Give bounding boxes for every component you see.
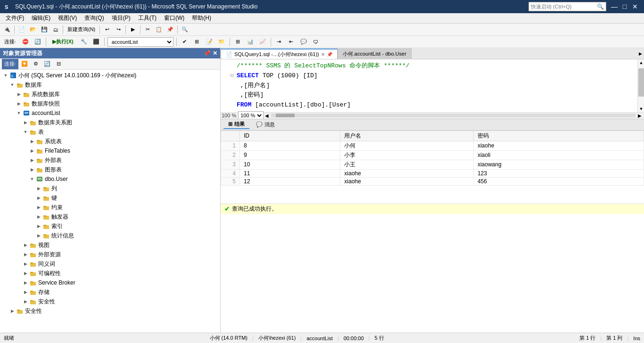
tree-expand-icon[interactable]: ▶ xyxy=(22,119,29,126)
tree-item[interactable]: ▶统计信息 xyxy=(0,231,220,240)
vscroll-up[interactable]: ▲ xyxy=(638,59,644,66)
table-row[interactable]: 310小王xiaowang xyxy=(221,160,644,169)
tree-item[interactable]: ▶视图 xyxy=(0,240,220,250)
results-btn2[interactable]: 📊 xyxy=(245,37,256,47)
tree-expand-icon[interactable]: ▼ xyxy=(15,109,23,117)
menu-project[interactable]: 项目(P) xyxy=(108,13,134,23)
tree-expand-icon[interactable]: ▶ xyxy=(35,232,42,239)
tree-item[interactable]: ▶可编程性 xyxy=(0,269,220,278)
tree-expand-icon[interactable]: ▶ xyxy=(22,241,29,249)
results-btn3[interactable]: 📈 xyxy=(257,37,268,47)
tree-item[interactable]: ▼数据库 xyxy=(0,80,220,90)
sql-query-tab[interactable]: 📄 SQLQuery1.sql -…(小何\hezexi (61)) ✕ 📌 xyxy=(221,49,338,59)
minimize-button[interactable]: — xyxy=(609,1,619,12)
vscroll-thumb[interactable] xyxy=(638,68,644,97)
tree-item[interactable]: ▶索引 xyxy=(0,221,220,231)
undo-btn[interactable]: ↩ xyxy=(102,24,112,35)
tree-expand-icon[interactable]: ▶ xyxy=(22,288,29,296)
tree-expand-icon[interactable]: ▶ xyxy=(35,222,42,230)
tree-item[interactable]: ▶存储 xyxy=(0,287,220,297)
results-btn1[interactable]: ⊞ xyxy=(233,37,243,47)
tree-expand-icon[interactable]: ▶ xyxy=(35,185,42,192)
uncomment-btn[interactable]: 🗨 xyxy=(311,37,321,47)
tree-expand-icon[interactable]: ▶ xyxy=(28,138,36,145)
change-conn-btn[interactable]: 🔄 xyxy=(33,37,43,47)
menu-help[interactable]: 帮助(H) xyxy=(188,13,215,23)
oe-close-icon[interactable]: ✕ xyxy=(213,50,217,57)
tree-item[interactable]: ▶数据库关系图 xyxy=(0,118,220,127)
dbo-user-tab[interactable]: 小何.accountList - dbo.User xyxy=(338,49,412,59)
menu-file[interactable]: 文件(F) xyxy=(2,13,28,23)
file-btn[interactable]: 📁 xyxy=(216,37,227,47)
vscroll-track[interactable] xyxy=(638,66,644,106)
tree-expand-icon[interactable]: ▼ xyxy=(28,175,36,183)
grid-btn[interactable]: ⊞ xyxy=(192,37,202,47)
hscroll-right[interactable]: ▶ xyxy=(636,112,643,119)
oe-filter2-btn[interactable]: ⚙ xyxy=(31,59,41,69)
menu-window[interactable]: 窗口(W) xyxy=(160,13,188,23)
table-row[interactable]: 18小何xiaohe xyxy=(221,141,644,150)
tree-expand-icon[interactable]: ▶ xyxy=(22,270,29,277)
new-connection-btn[interactable]: 🔌 xyxy=(2,24,12,35)
editor-vscroll[interactable]: ▲ ▼ xyxy=(637,59,644,112)
run-btn[interactable]: ▶ xyxy=(128,24,138,35)
tree-item[interactable]: ▶安全性 xyxy=(0,297,220,306)
tree-expand-icon[interactable]: ▶ xyxy=(22,298,29,305)
find-btn[interactable]: 🔍 xyxy=(180,24,190,35)
save-btn[interactable]: 💾 xyxy=(39,24,50,35)
close-button[interactable]: ✕ xyxy=(630,1,640,12)
tree-expand-icon[interactable]: ▼ xyxy=(8,81,16,89)
hscroll-left[interactable]: ◀ xyxy=(264,112,270,119)
tree-expand-icon[interactable]: ▶ xyxy=(22,251,29,258)
tree-item[interactable]: ▶图形表 xyxy=(0,165,220,174)
tree-expand-icon[interactable]: ▶ xyxy=(28,166,36,173)
tab-scroll-right[interactable]: ▶ xyxy=(636,49,644,59)
menu-tools[interactable]: 工具(T) xyxy=(134,13,160,23)
tree-item[interactable]: ▼dbo.User xyxy=(0,174,220,184)
vscroll-down[interactable]: ▼ xyxy=(638,106,644,112)
results-tab-data[interactable]: ⊞ 结果 xyxy=(223,120,249,129)
cancel-btn[interactable]: ⬛ xyxy=(91,37,101,47)
tree-expand-icon[interactable]: ▶ xyxy=(35,204,42,211)
hscroll-track[interactable] xyxy=(271,114,636,117)
tree-expand-icon[interactable]: ▶ xyxy=(15,100,23,107)
outdent-btn[interactable]: ⇤ xyxy=(286,37,297,47)
tree-expand-icon[interactable]: ▶ xyxy=(35,213,42,220)
sql-query-tab-pin[interactable]: 📌 xyxy=(327,52,332,57)
quick-launch-input[interactable] xyxy=(531,4,597,9)
redo-btn[interactable]: ↪ xyxy=(113,24,124,35)
maximize-button[interactable]: □ xyxy=(619,1,630,12)
oe-refresh-btn[interactable]: 🔄 xyxy=(42,59,52,69)
indent-btn[interactable]: ⇥ xyxy=(274,37,284,47)
table-row[interactable]: 512xiaohe456 xyxy=(221,177,644,185)
tree-item[interactable]: ▶外部表 xyxy=(0,155,220,165)
tree-item[interactable]: ▼S小何 (SQL Server 14.0.1000.169 - 小何\heze… xyxy=(0,71,220,80)
hscroll-thumb[interactable] xyxy=(276,114,295,117)
new-file-btn[interactable]: 📄 xyxy=(17,24,27,35)
results-tab-messages[interactable]: 💬 消息 xyxy=(251,120,280,129)
copy-btn[interactable]: 📋 xyxy=(154,24,164,35)
tree-expand-icon[interactable]: ▶ xyxy=(22,260,29,268)
tree-item[interactable]: ▼accountList xyxy=(0,108,220,118)
tree-item[interactable]: ▶触发器 xyxy=(0,212,220,221)
save-all-btn[interactable]: 🗂 xyxy=(50,24,61,35)
tree-item[interactable]: ▶同义词 xyxy=(0,259,220,269)
text-btn[interactable]: 📝 xyxy=(204,37,215,47)
menu-view[interactable]: 视图(V) xyxy=(54,13,81,23)
table-row[interactable]: 411xiaohe123 xyxy=(221,169,644,177)
tree-item[interactable]: ▶数据库快照 xyxy=(0,99,220,108)
debug-btn[interactable]: 🔧 xyxy=(79,37,89,47)
execute-btn[interactable]: ▶ 执行(X) xyxy=(49,37,77,47)
tree-item[interactable]: ▶安全性 xyxy=(0,306,220,316)
tree-expand-icon[interactable]: ▼ xyxy=(2,72,9,79)
connect-btn[interactable]: 连接· xyxy=(2,37,18,47)
database-selector[interactable]: accountList xyxy=(107,37,173,47)
tree-expand-icon[interactable]: ▶ xyxy=(8,307,16,315)
tree-expand-icon[interactable]: ▶ xyxy=(35,194,42,202)
oe-collapse-btn[interactable]: ⊟ xyxy=(53,59,64,69)
tree-expand-icon[interactable]: ▶ xyxy=(28,147,36,155)
new-query-btn[interactable]: 新建查询(N) xyxy=(65,24,98,35)
tree-expand-icon[interactable]: ▼ xyxy=(22,128,29,136)
oe-filter-btn[interactable]: 🔽 xyxy=(19,59,30,69)
tree-item[interactable]: ▼表 xyxy=(0,127,220,137)
